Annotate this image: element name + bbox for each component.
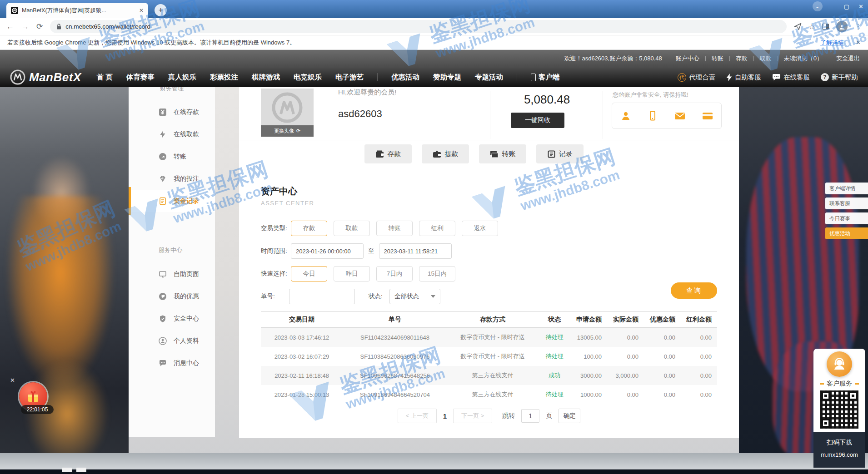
change-avatar-strip[interactable]: 更换头像 ⟳ <box>261 125 314 137</box>
sidebar-item-self-page[interactable]: 自助页面 <box>129 263 215 285</box>
nav-chess[interactable]: 棋牌游戏 <box>252 73 280 82</box>
confirm-jump-button[interactable]: 确定 <box>559 409 580 423</box>
qr-footer: 扫码下载 m.mx196.com <box>813 432 865 468</box>
photo-blob <box>25 360 109 469</box>
stadium-photo-left <box>0 87 129 474</box>
time-from-input[interactable] <box>291 243 364 259</box>
sidebar-item-security-center[interactable]: 安全中心 <box>129 307 215 330</box>
mail-icon[interactable] <box>674 110 686 121</box>
maximize-button[interactable]: ▢ <box>844 3 849 10</box>
lightning-icon <box>159 130 167 138</box>
phone-icon[interactable] <box>647 110 658 121</box>
quick-yesterday-button[interactable]: 昨日 <box>334 266 370 281</box>
table-row[interactable]: 2023-02-11 16:18:48 SF109696268741564825… <box>261 366 717 385</box>
sidebar-item-online-deposit[interactable]: 在线存款 <box>129 101 215 123</box>
member-icon[interactable] <box>620 110 631 121</box>
table-header: 交易日期 单号 存款方式 状态 申请金额 实际金额 优惠金额 红利金额 <box>261 311 717 328</box>
newbie-help-link[interactable]: ? 新手帮助 <box>821 73 858 82</box>
prev-page-button[interactable]: < 上一页 <box>398 409 437 423</box>
logout-link[interactable]: 安全退出 <box>836 54 860 63</box>
tab-close-icon[interactable]: ✕ <box>139 7 144 14</box>
table-row[interactable]: 2023-03-02 16:07:29 SF110384520863603097… <box>261 347 717 366</box>
account-center-link[interactable]: 账户中心 <box>676 54 699 63</box>
notice-close-icon[interactable]: ✕ <box>856 39 861 46</box>
type-bonus-button[interactable]: 红利 <box>419 221 455 236</box>
sidebar-item-profile[interactable]: 个人资料 <box>129 330 215 352</box>
countdown-timer: 22:01:05 <box>21 405 54 414</box>
divider <box>490 91 490 139</box>
record-button[interactable]: 记录 <box>536 144 584 163</box>
table-row[interactable]: 2023-03-03 17:46:12 SF110423244069801164… <box>261 328 717 347</box>
tab-client-detail[interactable]: 客户端详情 <box>825 183 868 194</box>
order-number-input[interactable] <box>289 289 355 304</box>
bank-card-icon[interactable] <box>702 110 713 121</box>
tab-today-matches[interactable]: 今日赛事 <box>825 212 868 224</box>
nav-sports[interactable]: 体育赛事 <box>126 73 155 82</box>
quick-today-button[interactable]: 今日 <box>291 266 327 281</box>
table-row[interactable]: 2023-01-28 15:00:13 SF109186948466452070… <box>261 385 717 404</box>
avatar[interactable]: 更换头像 ⟳ <box>261 89 314 137</box>
sidebar-item-online-withdraw[interactable]: 在线取款 <box>129 123 215 145</box>
sidebar-item-fund-records[interactable]: 资金记录 <box>129 190 215 212</box>
reload-button[interactable]: ⟳ <box>36 22 43 31</box>
nav-client-app[interactable]: 客户端 <box>531 73 560 82</box>
nav-promotions[interactable]: 优惠活动 <box>391 73 419 82</box>
site-logo[interactable]: ManBetX <box>10 69 81 85</box>
live-chat-link[interactable]: 在线客服 <box>772 73 810 82</box>
deposit-button[interactable]: 存款 <box>364 144 412 163</box>
address-bar[interactable]: cn.mebetx65.com/wallet/record <box>50 20 786 33</box>
quick-15d-button[interactable]: 15日内 <box>419 266 455 281</box>
time-to-input[interactable] <box>379 243 452 259</box>
unread-messages-link[interactable]: 未读消息（0） <box>784 54 823 63</box>
self-service-link[interactable]: 自助客服 <box>726 73 761 82</box>
sidebar-item-transfer[interactable]: 转账 <box>129 145 215 168</box>
type-withdraw-button[interactable]: 取款 <box>334 221 370 236</box>
search-button[interactable]: 查询 <box>671 282 717 299</box>
nav-sponsor[interactable]: 赞助专题 <box>433 73 461 82</box>
share-icon[interactable] <box>794 23 802 30</box>
one-key-recycle-button[interactable]: 一键回收 <box>511 113 564 128</box>
bookmark-star-icon[interactable]: ☆ <box>809 23 815 31</box>
type-deposit-button[interactable]: 存款 <box>291 221 327 236</box>
tab-contact-service[interactable]: 联系客服 <box>825 198 868 209</box>
withdraw-link[interactable]: 取款 <box>760 54 772 63</box>
quick-7d-button[interactable]: 7日内 <box>376 266 413 281</box>
quick-actions: 存款 提款 转账 记录 <box>364 144 584 163</box>
nav-lottery[interactable]: 彩票投注 <box>210 73 238 82</box>
side-panel-icon[interactable] <box>822 24 829 30</box>
nav-esports[interactable]: 电竞娱乐 <box>294 73 322 82</box>
sidebar-item-my-bets[interactable]: 我的投注 <box>129 168 215 190</box>
order-status-filter: 单号: 状态: 全部状态 <box>261 289 440 304</box>
window-chevron-icon[interactable]: ⌄ <box>813 1 823 11</box>
active-indicator <box>129 187 131 215</box>
next-page-button[interactable]: 下一页 > <box>453 409 492 423</box>
tab-promotions[interactable]: 优惠活动 <box>825 227 868 239</box>
status-badge: 待处理 <box>538 390 571 399</box>
nav-home[interactable]: 首 页 <box>97 73 113 82</box>
deposit-link[interactable]: 存款 <box>736 54 748 63</box>
back-button[interactable]: ← <box>6 22 14 31</box>
close-gift-icon[interactable]: ✕ <box>10 377 15 384</box>
note-icon <box>548 150 555 158</box>
type-transfer-button[interactable]: 转账 <box>376 221 413 236</box>
learn-more-link[interactable]: 了解详情 <box>820 39 844 47</box>
transfer-button[interactable]: 转账 <box>479 144 526 163</box>
nav-special[interactable]: 专题活动 <box>475 73 503 82</box>
browser-menu-icon[interactable]: ⋮ <box>855 23 862 31</box>
jump-page-input[interactable] <box>521 409 539 423</box>
minimize-button[interactable]: – <box>832 3 835 10</box>
new-tab-button[interactable]: ＋ <box>155 4 167 16</box>
status-select[interactable]: 全部状态 <box>389 289 440 304</box>
forward-button[interactable]: → <box>21 22 29 31</box>
browser-tab[interactable]: ManBetX(万博体育)官网|英超狼... ✕ <box>6 3 148 18</box>
sidebar-item-my-promo[interactable]: 我的优惠 <box>129 285 215 307</box>
nav-slots[interactable]: 电子游艺 <box>335 73 364 82</box>
window-close-button[interactable]: ✕ <box>858 3 863 10</box>
nav-live-casino[interactable]: 真人娱乐 <box>168 73 196 82</box>
sidebar-item-message-center[interactable]: 消息中心 <box>129 352 215 374</box>
profile-avatar[interactable] <box>836 21 848 32</box>
transfer-link[interactable]: 转账 <box>712 54 723 63</box>
type-rebate-button[interactable]: 返水 <box>462 221 498 236</box>
withdraw-button[interactable]: 提款 <box>422 144 469 163</box>
agent-join-link[interactable]: 代 代理合营 <box>678 73 715 82</box>
